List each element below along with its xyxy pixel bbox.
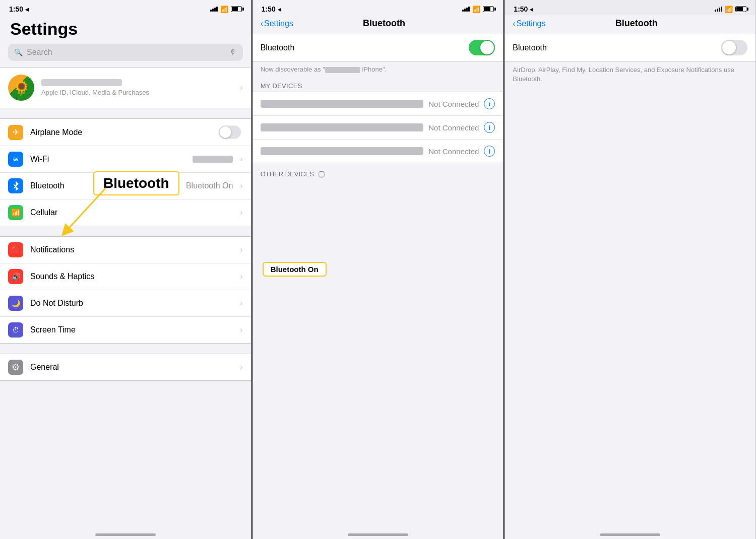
bluetooth-value: Bluetooth On xyxy=(186,181,233,190)
airplane-toggle[interactable] xyxy=(219,125,241,139)
wifi-row[interactable]: ≋ Wi-Fi › xyxy=(0,146,251,173)
apple-id-row[interactable]: 🌻 Apple ID, iCloud, Media & Purchases › xyxy=(0,67,251,108)
apple-id-name-blur xyxy=(41,79,122,86)
toggle-thumb xyxy=(480,41,494,54)
bluetooth-toggle-off[interactable] xyxy=(721,40,747,55)
general-label: General xyxy=(30,363,233,372)
status-bar-3: 1:50 ◂ 📶 xyxy=(505,0,755,15)
cellular-chevron: › xyxy=(240,208,242,217)
signal-icon-2 xyxy=(462,7,470,12)
wifi-icon-3: 📶 xyxy=(725,6,733,13)
location-icon-1: ◂ xyxy=(25,6,29,13)
screentime-icon: ⏱ xyxy=(8,322,23,338)
notifications-icon: 🔴 xyxy=(8,242,23,257)
cellular-label: Cellular xyxy=(30,208,233,217)
back-label-2: Settings xyxy=(264,19,293,28)
other-devices-header: OTHER DEVICES xyxy=(253,163,503,181)
other-devices-label: OTHER DEVICES xyxy=(261,170,314,178)
dnd-chevron: › xyxy=(240,299,242,308)
time-2: 1:50 xyxy=(262,5,276,13)
battery-icon-3 xyxy=(735,6,746,12)
sounds-label: Sounds & Haptics xyxy=(30,272,233,281)
device-info-btn-3[interactable]: i xyxy=(484,146,495,157)
home-indicator-1 xyxy=(95,533,156,536)
search-icon: 🔍 xyxy=(14,48,23,56)
page-title-2: Bluetooth xyxy=(293,18,475,29)
cellular-row[interactable]: 📶 Cellular › xyxy=(0,199,251,226)
location-icon-2: ◂ xyxy=(278,6,281,13)
bluetooth-annotation-box: Bluetooth xyxy=(93,171,179,195)
settings-panel: 1:50 ◂ 📶 Settings 🔍 Search 🎙 🌻 Apple ID,… xyxy=(0,0,251,539)
loading-spinner xyxy=(318,171,325,178)
device-name-blur-1 xyxy=(261,100,424,108)
bluetooth-toggle[interactable] xyxy=(469,40,495,55)
search-bar[interactable]: 🔍 Search 🎙 xyxy=(8,44,243,61)
airplane-mode-row[interactable]: ✈ Airplane Mode xyxy=(0,119,251,146)
bluetooth-chevron: › xyxy=(240,181,242,190)
signal-icon-3 xyxy=(715,7,722,12)
battery-icon-1 xyxy=(231,6,242,12)
bluetooth-toggle-label: Bluetooth xyxy=(261,43,469,52)
wifi-value-blur xyxy=(193,156,233,163)
cellular-icon: 📶 xyxy=(8,205,23,220)
back-label-3: Settings xyxy=(517,19,546,28)
bluetooth-toggle-label-off: Bluetooth xyxy=(513,43,721,52)
bluetooth-icon xyxy=(8,178,23,193)
general-row[interactable]: ⚙ General › xyxy=(0,354,251,380)
wifi-chevron: › xyxy=(240,155,242,164)
wifi-icon: ≋ xyxy=(8,152,23,167)
screentime-row[interactable]: ⏱ Screen Time › xyxy=(0,317,251,343)
bluetooth-toggle-row-off[interactable]: Bluetooth xyxy=(505,34,755,61)
my-devices-header: MY DEVICES xyxy=(253,79,503,92)
screentime-label: Screen Time xyxy=(30,325,233,334)
bluetooth-off-panel: 1:50 ◂ 📶 ‹ Settings Bluetooth Bluetooth … xyxy=(505,0,756,539)
status-bar-1: 1:50 ◂ 📶 xyxy=(0,0,251,15)
bluetooth-on-panel: 1:50 ◂ 📶 ‹ Settings Bluetooth Bluetooth … xyxy=(253,0,504,539)
device-status-3: Not Connected xyxy=(428,147,479,156)
wifi-icon-2: 📶 xyxy=(472,6,480,13)
device-row-1[interactable]: Not Connected i xyxy=(253,92,503,116)
device-status-1: Not Connected xyxy=(428,100,479,108)
device-name-blur-3 xyxy=(261,147,424,155)
dnd-row[interactable]: 🌙 Do Not Disturb › xyxy=(0,290,251,317)
mic-icon: 🎙 xyxy=(230,48,237,56)
page-title-3: Bluetooth xyxy=(545,18,727,29)
device-status-2: Not Connected xyxy=(428,123,479,132)
back-button-2[interactable]: ‹ Settings xyxy=(261,19,293,28)
nav-bar-3: ‹ Settings Bluetooth xyxy=(505,15,755,34)
settings-title: Settings xyxy=(0,15,251,42)
home-indicator-3 xyxy=(600,533,660,536)
sounds-row[interactable]: 🔊 Sounds & Haptics › xyxy=(0,263,251,290)
wifi-label: Wi-Fi xyxy=(30,155,185,164)
battery-icon-2 xyxy=(483,6,494,12)
sounds-icon: 🔊 xyxy=(8,269,23,284)
notifications-group: 🔴 Notifications › 🔊 Sounds & Haptics › 🌙… xyxy=(0,236,251,344)
device-row-3[interactable]: Not Connected i xyxy=(253,140,503,163)
general-group: ⚙ General › xyxy=(0,354,251,381)
avatar: 🌻 xyxy=(8,75,34,101)
apple-id-info: Apple ID, iCloud, Media & Purchases xyxy=(41,79,233,96)
airplane-label: Airplane Mode xyxy=(30,128,210,137)
back-chevron-2: ‹ xyxy=(261,19,263,28)
device-info-btn-2[interactable]: i xyxy=(484,122,495,133)
sounds-chevron: › xyxy=(240,272,242,281)
home-indicator-2 xyxy=(348,533,408,536)
nav-bar-2: ‹ Settings Bluetooth xyxy=(253,15,503,34)
back-button-3[interactable]: ‹ Settings xyxy=(513,19,545,28)
apple-id-subtitle: Apple ID, iCloud, Media & Purchases xyxy=(41,89,233,96)
screentime-chevron: › xyxy=(240,325,242,334)
notifications-label: Notifications xyxy=(30,245,233,254)
bluetooth-toggle-row[interactable]: Bluetooth xyxy=(253,34,503,61)
wifi-icon-1: 📶 xyxy=(220,6,228,13)
bluetooth-on-annotation: Bluetooth On xyxy=(263,262,327,277)
airplane-icon: ✈ xyxy=(8,125,23,140)
notifications-row[interactable]: 🔴 Notifications › xyxy=(0,237,251,263)
discoverable-text: Now discoverable as " iPhone". xyxy=(253,61,503,79)
device-info-btn-1[interactable]: i xyxy=(484,98,495,109)
location-icon-3: ◂ xyxy=(530,6,533,13)
bluetooth-off-description: AirDrop, AirPlay, Find My, Location Serv… xyxy=(505,61,755,90)
general-icon: ⚙ xyxy=(8,360,23,375)
back-chevron-3: ‹ xyxy=(513,19,515,28)
device-row-2[interactable]: Not Connected i xyxy=(253,116,503,140)
search-placeholder: Search xyxy=(27,48,226,57)
